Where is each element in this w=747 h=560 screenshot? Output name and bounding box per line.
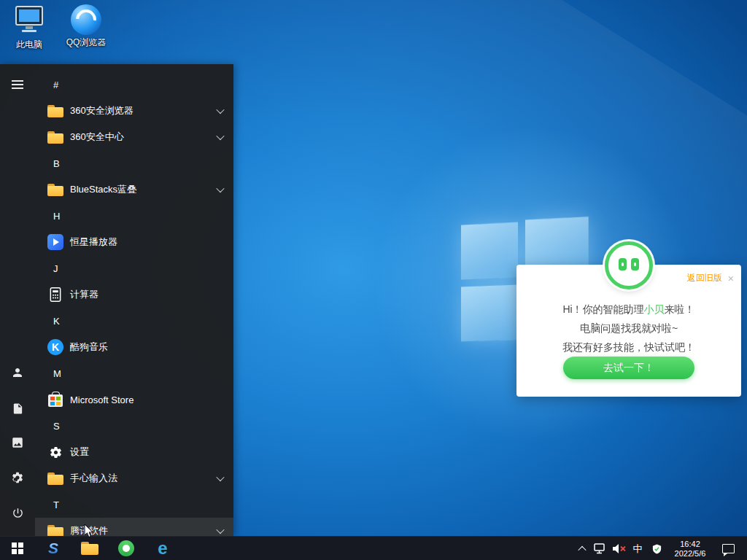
section-header-j[interactable]: J <box>35 255 233 281</box>
kugou-music-icon <box>47 339 63 355</box>
volume-muted-icon <box>612 543 627 554</box>
document-icon <box>12 402 24 415</box>
app-item-hengxing-player[interactable]: 恒星播放器 <box>35 229 233 255</box>
clock-time: 16:42 <box>667 540 713 549</box>
section-header-hash[interactable]: # <box>35 71 233 98</box>
app-item-calculator[interactable]: 计算器 <box>35 281 233 308</box>
close-icon[interactable]: × <box>728 273 734 284</box>
desktop-icon-qq-browser[interactable]: QQ浏览器 <box>63 4 109 49</box>
chevron-down-icon[interactable] <box>216 132 224 140</box>
section-header-h[interactable]: H <box>35 203 233 229</box>
taskbar-sogou-button[interactable]: S <box>35 537 71 560</box>
calculator-icon <box>48 287 63 303</box>
pictures-icon <box>11 436 24 449</box>
taskbar-clock[interactable]: 16:42 2022/5/6 <box>667 540 713 559</box>
gear-icon <box>49 446 63 459</box>
pictures-button[interactable] <box>0 425 35 460</box>
app-item-360-center[interactable]: 360安全中心 <box>35 124 233 150</box>
app-item-bluestacks[interactable]: BlueStacks蓝叠 <box>35 176 233 203</box>
chevron-down-icon[interactable] <box>216 526 224 534</box>
microsoft-store-icon <box>48 394 63 407</box>
action-center-icon <box>722 544 735 553</box>
assistant-line-1: Hi！你的智能助理小贝来啦！ <box>516 300 741 319</box>
edge-icon: e <box>158 540 167 557</box>
section-header-s[interactable]: S <box>35 413 233 439</box>
app-item-360-browser[interactable]: 360安全浏览器 <box>35 98 233 124</box>
app-item-shouxin-ime[interactable]: 手心输入法 <box>35 465 233 491</box>
qq-browser-icon <box>71 4 101 35</box>
taskbar-edge-button[interactable]: e <box>144 537 181 560</box>
app-item-kugou-music[interactable]: 酷狗音乐 <box>35 334 233 360</box>
folder-icon <box>47 525 63 537</box>
network-icon <box>594 543 607 554</box>
section-header-m[interactable]: M <box>35 360 233 386</box>
chevron-down-icon[interactable] <box>216 106 224 114</box>
power-button[interactable] <box>0 495 35 530</box>
power-icon <box>12 507 24 519</box>
assistant-avatar[interactable] <box>605 241 653 289</box>
assistant-name: 小贝 <box>644 303 665 315</box>
app-item-microsoft-store[interactable]: Microsoft Store <box>35 386 233 413</box>
desktop-icon-label: QQ浏览器 <box>63 36 109 49</box>
file-explorer-icon <box>81 542 98 555</box>
sogou-icon: S <box>48 540 58 557</box>
documents-button[interactable] <box>0 391 35 426</box>
try-it-button[interactable]: 去试一下！ <box>563 357 694 379</box>
assistant-line-2: 电脑问题找我就对啦~ <box>516 319 741 338</box>
hengxing-player-icon <box>47 234 63 250</box>
back-to-old-version-link[interactable]: 返回旧版 <box>687 272 722 284</box>
user-icon <box>11 366 24 379</box>
desktop-icon-this-pc[interactable]: 此电脑 <box>6 4 53 51</box>
security-shield-icon <box>651 543 662 555</box>
start-menu-rail <box>0 64 35 536</box>
security-status-button[interactable] <box>646 537 667 560</box>
hamburger-icon <box>12 80 23 89</box>
folder-icon <box>47 105 63 117</box>
start-menu-app-list: # 360安全浏览器 360安全中心 B BlueStacks蓝叠 H 恒星播 <box>35 71 233 536</box>
section-header-b[interactable]: B <box>35 150 233 176</box>
assistant-line-3: 我还有好多技能，快试试吧！ <box>516 338 741 357</box>
chevron-down-icon[interactable] <box>216 473 224 481</box>
section-header-t[interactable]: T <box>35 491 233 518</box>
avatar-eye-right <box>631 258 639 271</box>
folder-icon <box>47 472 63 485</box>
folder-icon <box>47 131 63 144</box>
clock-date: 2022/5/6 <box>667 549 713 559</box>
network-status-button[interactable] <box>591 537 610 560</box>
section-header-k[interactable]: K <box>35 308 233 334</box>
screen: 此电脑 QQ浏览器 # <box>0 0 747 560</box>
taskbar-file-explorer-button[interactable] <box>71 537 108 560</box>
menu-expand-button[interactable] <box>0 67 35 102</box>
user-account-button[interactable] <box>0 355 35 390</box>
chevron-up-icon <box>578 545 586 553</box>
assistant-message: Hi！你的智能助理小贝来啦！ 电脑问题找我就对啦~ 我还有好多技能，快试试吧！ <box>516 300 741 357</box>
system-tray: 中 16:42 2022/5/6 <box>573 537 747 560</box>
ime-indicator[interactable]: 中 <box>629 537 646 560</box>
app-item-tencent-software[interactable]: 腾讯软件 <box>35 518 233 536</box>
taskbar: S e <box>0 536 747 560</box>
windows-start-icon <box>12 542 23 554</box>
chevron-down-icon[interactable] <box>216 184 224 192</box>
avatar-eye-left <box>619 258 627 271</box>
gear-icon <box>11 471 24 484</box>
start-menu: # 360安全浏览器 360安全中心 B BlueStacks蓝叠 H 恒星播 <box>0 64 233 536</box>
action-center-button[interactable] <box>713 537 743 560</box>
settings-button[interactable] <box>0 460 35 495</box>
app-item-settings[interactable]: 设置 <box>35 439 233 465</box>
desktop-icon-label: 此电脑 <box>6 39 53 51</box>
tray-expand-button[interactable] <box>573 537 591 560</box>
folder-icon <box>47 184 63 196</box>
this-pc-icon <box>13 4 45 35</box>
volume-muted-button[interactable] <box>610 537 629 560</box>
360-browser-icon <box>118 540 134 556</box>
start-button[interactable] <box>0 537 35 560</box>
taskbar-360-browser-button[interactable] <box>108 537 144 560</box>
